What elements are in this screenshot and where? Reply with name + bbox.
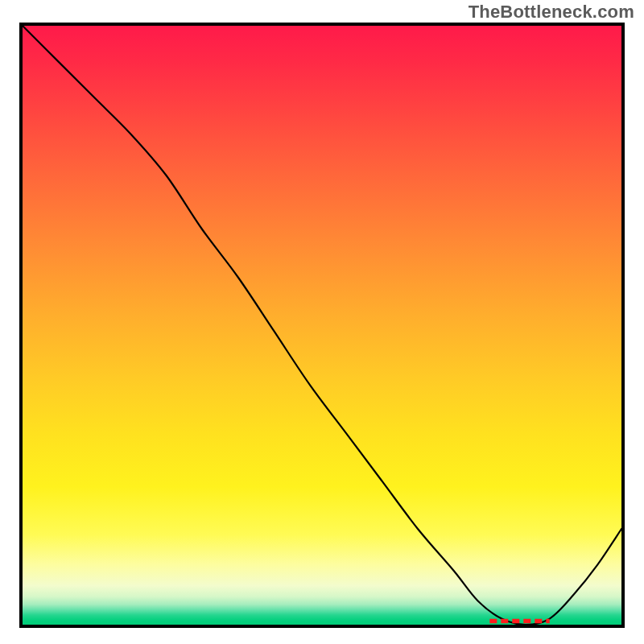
watermark-text: TheBottleneck.com xyxy=(469,2,634,23)
curve-line xyxy=(23,26,621,625)
chart-plot-area xyxy=(19,23,625,628)
chart-overlay xyxy=(23,26,621,625)
chart-root: TheBottleneck.com xyxy=(0,0,644,644)
